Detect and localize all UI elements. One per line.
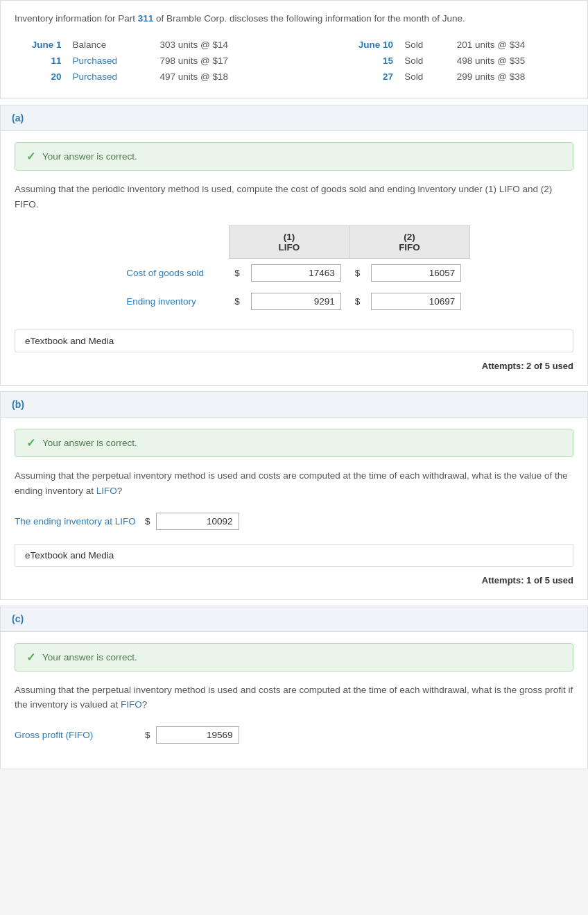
grid-header-row: (1) LIFO (2) FIFO (118, 226, 469, 259)
value-sold-1: 201 units @ $34 (451, 37, 573, 53)
check-icon-a: ✓ (26, 150, 35, 163)
success-banner-c: ✓ Your answer is correct. (15, 643, 573, 672)
section-b-label: (b) (12, 399, 24, 410)
col1-header: (1) LIFO (229, 226, 349, 259)
field-input-c[interactable] (156, 726, 239, 744)
question-c-part2: FIFO (121, 699, 142, 710)
section-a-content: ✓ Your answer is correct. Assuming that … (1, 131, 587, 385)
question-a: Assuming that the periodic inventory met… (15, 182, 573, 212)
date-15: 15 (347, 53, 399, 69)
attempts-b: Attempts: 1 of 5 used (15, 572, 573, 588)
attempts-a: Attempts: 2 of 5 used (15, 358, 573, 374)
question-b-part3: ? (117, 486, 123, 496)
answer-row-cogs: Cost of goods sold $ $ (118, 259, 469, 288)
section-a: (a) ✓ Your answer is correct. Assuming t… (0, 105, 588, 386)
section-b-content: ✓ Your answer is correct. Assuming that … (1, 418, 587, 599)
label-sold-1: Sold (399, 37, 451, 53)
field-row-b: The ending inventory at LIFO $ (15, 513, 573, 530)
cogs-fifo-input[interactable] (371, 264, 461, 282)
section-c-header: (c) (1, 606, 587, 632)
date-20: 20 (15, 69, 67, 85)
inventory-row-1: June 1 Balance 303 units @ $14 June 10 S… (15, 37, 573, 53)
cogs-label: Cost of goods sold (118, 259, 229, 288)
success-banner-a: ✓ Your answer is correct. (15, 142, 573, 171)
cogs-fifo-dollar: $ (349, 259, 363, 288)
ending-fifo-dollar: $ (349, 287, 363, 316)
success-text-a: Your answer is correct. (42, 151, 137, 162)
answer-grid-a: (1) LIFO (2) FIFO Cost of goods sold (118, 225, 470, 316)
label-sold-3: Sold (399, 69, 451, 85)
section-c: (c) ✓ Your answer is correct. Assuming t… (0, 606, 588, 769)
intro-part1: Inventory information for Part (15, 13, 138, 24)
field-row-c: Gross profit (FIFO) $ (15, 726, 573, 744)
date-27: 27 (347, 69, 399, 85)
section-b-header: (b) (1, 392, 587, 418)
question-c: Assuming that the perpetual inventory me… (15, 683, 573, 712)
inventory-table: June 1 Balance 303 units @ $14 June 10 S… (15, 37, 573, 85)
cogs-lifo-input-cell (243, 259, 349, 288)
date-june10: June 10 (347, 37, 399, 53)
intro-part-highlight: 311 (138, 13, 154, 24)
label-purchased-2: Purchased (67, 69, 155, 85)
check-icon-b: ✓ (26, 436, 35, 450)
section-c-content: ✓ Your answer is correct. Assuming that … (1, 632, 587, 769)
info-section: Inventory information for Part 311 of Br… (0, 0, 588, 99)
value-sold-2: 498 units @ $35 (451, 53, 573, 69)
inventory-row-3: 20 Purchased 497 units @ $18 27 Sold 299… (15, 69, 573, 85)
dollar-c: $ (145, 730, 150, 740)
field-label-c: Gross profit (FIFO) (15, 730, 139, 740)
answer-row-ending: Ending inventory $ $ (118, 287, 469, 316)
ending-fifo-input-cell (363, 287, 469, 316)
ending-lifo-input[interactable] (251, 293, 341, 310)
question-b: Assuming that the perpetual inventory me… (15, 468, 573, 498)
section-c-label: (c) (12, 613, 24, 624)
value-sold-3: 299 units @ $38 (451, 69, 573, 85)
field-input-b[interactable] (156, 513, 239, 530)
value-purchased-1: 798 units @ $17 (155, 53, 277, 69)
field-label-b: The ending inventory at LIFO (15, 516, 139, 527)
date-june1: June 1 (15, 37, 67, 53)
section-a-header: (a) (1, 105, 587, 131)
success-text-b: Your answer is correct. (42, 438, 137, 448)
date-11: 11 (15, 53, 67, 69)
etextbook-a[interactable]: eTextbook and Media (15, 330, 573, 352)
inventory-row-2: 11 Purchased 798 units @ $17 15 Sold 498… (15, 53, 573, 69)
label-purchased-1: Purchased (67, 53, 155, 69)
label-sold-2: Sold (399, 53, 451, 69)
col2-header: (2) FIFO (349, 226, 470, 259)
value-balance: 303 units @ $14 (155, 37, 277, 53)
ending-lifo-input-cell (243, 287, 349, 316)
etextbook-b[interactable]: eTextbook and Media (15, 544, 573, 567)
success-text-c: Your answer is correct. (42, 652, 137, 662)
ending-fifo-input[interactable] (371, 293, 461, 310)
check-icon-c: ✓ (26, 651, 35, 664)
cogs-fifo-input-cell (363, 259, 469, 288)
dollar-b: $ (145, 516, 150, 527)
cogs-lifo-dollar: $ (229, 259, 243, 288)
value-purchased-2: 497 units @ $18 (155, 69, 277, 85)
label-balance: Balance (67, 37, 155, 53)
section-a-label: (a) (12, 112, 24, 123)
cogs-lifo-input[interactable] (251, 264, 341, 282)
question-c-part3: ? (142, 699, 148, 710)
section-b: (b) ✓ Your answer is correct. Assuming t… (0, 391, 588, 599)
intro-text: Inventory information for Part 311 of Br… (15, 12, 573, 26)
success-banner-b: ✓ Your answer is correct. (15, 429, 573, 457)
main-container: Inventory information for Part 311 of Br… (0, 0, 588, 769)
question-b-part2: LIFO (96, 486, 117, 496)
etextbook-a-label: eTextbook and Media (25, 336, 114, 346)
intro-part2: of Bramble Corp. discloses the following… (153, 13, 465, 24)
answer-table-a: (1) LIFO (2) FIFO Cost of goods sold (15, 225, 573, 316)
question-c-part1: Assuming that the perpetual inventory me… (15, 685, 573, 710)
ending-lifo-dollar: $ (229, 287, 243, 316)
ending-label: Ending inventory (118, 287, 229, 316)
etextbook-b-label: eTextbook and Media (25, 550, 114, 561)
